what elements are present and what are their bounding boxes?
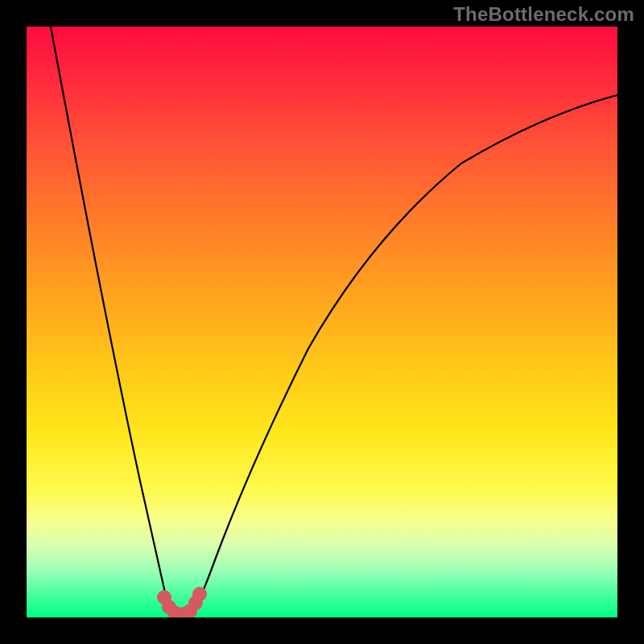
watermark-text: TheBottleneck.com (453, 3, 634, 26)
right-branch-curve (192, 95, 617, 614)
curve-layer (27, 27, 617, 617)
plot-area (27, 27, 617, 617)
valley-marker-group (157, 587, 207, 617)
valley-marker (192, 587, 207, 601)
chart-frame: TheBottleneck.com (0, 0, 644, 644)
left-branch-curve (51, 27, 174, 614)
